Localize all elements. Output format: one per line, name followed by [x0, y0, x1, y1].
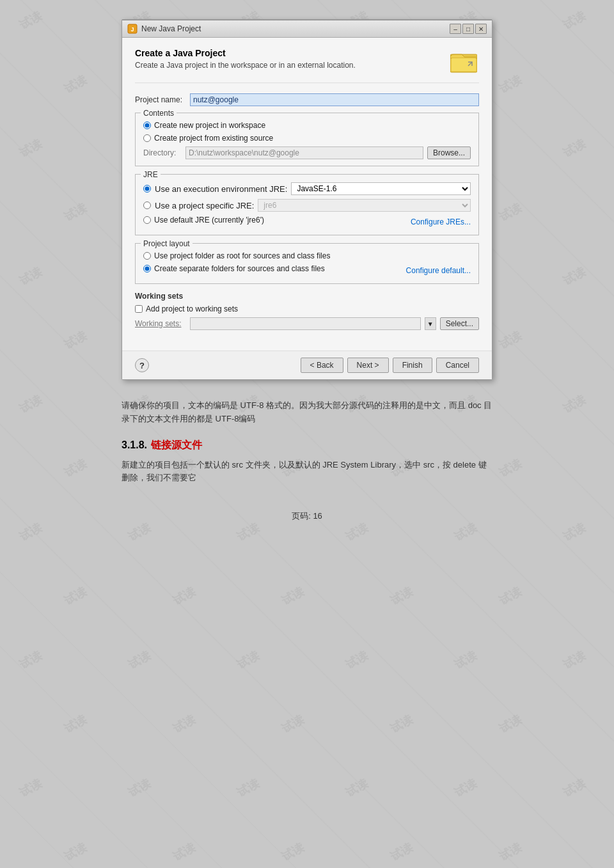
- article-body-text: 新建立的项目包括一个默认的 src 文件夹，以及默认的 JRE System L…: [122, 459, 492, 485]
- layout-root-row: Use project folder as root for sources a…: [143, 251, 471, 260]
- layout-label: Project layout: [141, 239, 193, 248]
- contents-section: Contents Create new project in workspace…: [135, 113, 479, 166]
- jre-section: JRE Use an execution environment JRE: Ja…: [135, 174, 479, 235]
- radio-jre-env-label: Use an execution environment JRE:: [155, 184, 287, 194]
- dialog-titlebar: J New Java Project – □ ✕: [122, 20, 492, 38]
- radio-workspace[interactable]: [143, 122, 151, 129]
- radio-layout-root[interactable]: [143, 252, 151, 260]
- dialog-header-subtitle: Create a Java project in the workspace o…: [135, 61, 356, 70]
- help-button[interactable]: ?: [135, 358, 149, 372]
- radio-layout-separate-label: Create separate folders for sources and …: [154, 264, 325, 273]
- back-button[interactable]: < Back: [301, 358, 343, 373]
- directory-row: Directory: Browse...: [143, 146, 471, 159]
- jre-specific-select[interactable]: jre6: [258, 199, 471, 212]
- radio-layout-separate[interactable]: [143, 265, 151, 272]
- layout-separate-row: Create separate folders for sources and …: [143, 264, 471, 277]
- radio-workspace-row: Create new project in workspace: [143, 121, 471, 130]
- dialog-title-left: J New Java Project: [127, 24, 201, 34]
- jre-label: JRE: [141, 170, 161, 179]
- radio-jre-default[interactable]: [143, 216, 151, 224]
- page-number: 页码: 16: [26, 510, 588, 535]
- configure-jre-link[interactable]: Configure JREs...: [411, 217, 471, 226]
- dialog-body: Create a Java Project Create a Java proj…: [122, 38, 492, 351]
- article-body: 新建立的项目包括一个默认的 src 文件夹，以及默认的 JRE System L…: [122, 459, 492, 485]
- radio-existing[interactable]: [143, 134, 151, 142]
- directory-input[interactable]: [185, 146, 423, 159]
- radio-existing-label: Create project from existing source: [154, 134, 273, 143]
- article-note: 请确保你的项目，文本的编码是 UTF-8 格式的。因为我大部分源代码的注释用的是…: [122, 399, 492, 426]
- dialog-header-text: Create a Java Project Create a Java proj…: [135, 48, 356, 70]
- jre-env-row: Use an execution environment JRE: JavaSE…: [143, 182, 471, 195]
- add-working-sets-label: Add project to working sets: [146, 304, 238, 313]
- add-working-sets-checkbox[interactable]: [135, 305, 143, 313]
- folder-icon: [448, 48, 479, 75]
- radio-existing-row: Create project from existing source: [143, 134, 471, 143]
- radio-workspace-label: Create new project in workspace: [154, 121, 265, 130]
- close-button[interactable]: ✕: [475, 24, 487, 34]
- layout-content: Use project folder as root for sources a…: [143, 249, 471, 277]
- new-java-project-dialog: J New Java Project – □ ✕ Create a Java P…: [122, 19, 492, 380]
- jre-env-select[interactable]: JavaSE-1.6: [291, 182, 471, 195]
- jre-content: Use an execution environment JRE: JavaSE…: [143, 180, 471, 228]
- radio-jre-default-label: Use default JRE (currently 'jre6'): [154, 216, 264, 225]
- dialog-header-title: Create a Java Project: [135, 48, 356, 58]
- add-to-working-sets-row: Add project to working sets: [135, 304, 479, 313]
- java-project-icon: J: [127, 24, 138, 34]
- dialog-title-text: New Java Project: [141, 24, 201, 33]
- project-name-input[interactable]: [190, 93, 479, 106]
- section-title-container: 3.1.8. 链接源文件: [122, 439, 492, 452]
- dialog-header: Create a Java Project Create a Java proj…: [135, 48, 479, 83]
- section-number: 3.1.8.: [122, 439, 147, 450]
- dialog-title-buttons: – □ ✕: [450, 24, 487, 34]
- page-number-text: 页码: 16: [292, 511, 322, 521]
- radio-jre-env[interactable]: [143, 185, 151, 193]
- layout-separate-radio: Create separate folders for sources and …: [143, 264, 325, 273]
- footer-left: ?: [135, 358, 149, 372]
- radio-jre-specific[interactable]: [143, 201, 151, 209]
- minimize-button[interactable]: –: [450, 24, 461, 34]
- contents-label: Contents: [141, 109, 177, 118]
- jre-default-radio-row: Use default JRE (currently 'jre6'): [143, 216, 264, 225]
- working-sets-input[interactable]: [190, 317, 421, 330]
- footer-right: < Back Next > Finish Cancel: [301, 358, 479, 373]
- browse-button[interactable]: Browse...: [427, 146, 471, 159]
- working-sets-section: Working sets Add project to working sets…: [135, 292, 479, 330]
- svg-text:J: J: [130, 26, 134, 33]
- working-sets-row: Working sets: ▼ Select...: [135, 317, 479, 330]
- jre-specific-row: Use a project specific JRE: jre6: [143, 199, 471, 212]
- project-layout-section: Project layout Use project folder as roo…: [135, 243, 479, 284]
- jre-default-row: Use default JRE (currently 'jre6') Confi…: [143, 216, 471, 228]
- next-button[interactable]: Next >: [347, 358, 389, 373]
- article-note-text: 请确保你的项目，文本的编码是 UTF-8 格式的。因为我大部分源代码的注释用的是…: [122, 399, 492, 426]
- dialog-footer: ? < Back Next > Finish Cancel: [122, 351, 492, 379]
- project-name-label: Project name:: [135, 95, 186, 104]
- cancel-button[interactable]: Cancel: [436, 358, 479, 373]
- section-title-text: 链接源文件: [151, 439, 202, 450]
- directory-label: Directory:: [143, 148, 182, 157]
- maximize-button[interactable]: □: [462, 24, 474, 34]
- configure-default-link[interactable]: Configure default...: [406, 266, 471, 275]
- working-sets-label: Working sets:: [135, 319, 186, 328]
- radio-layout-root-label: Use project folder as root for sources a…: [154, 251, 330, 260]
- finish-button[interactable]: Finish: [393, 358, 432, 373]
- working-sets-title: Working sets: [135, 292, 479, 301]
- working-sets-dropdown-btn[interactable]: ▼: [425, 317, 436, 330]
- contents-content: Create new project in workspace Create p…: [143, 118, 471, 159]
- radio-jre-specific-label: Use a project specific JRE:: [155, 201, 254, 210]
- select-button[interactable]: Select...: [440, 317, 479, 330]
- project-name-row: Project name:: [135, 93, 479, 106]
